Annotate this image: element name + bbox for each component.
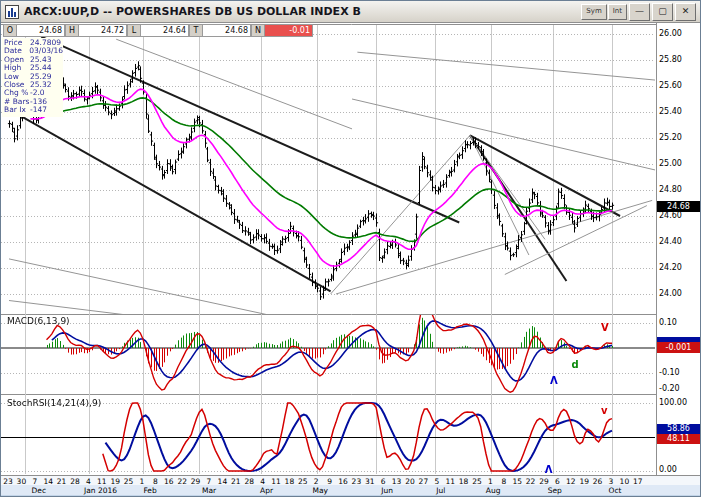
axis-label: 25.80 <box>659 55 682 64</box>
stochrsi-red-marker: 48.11 <box>657 434 700 444</box>
month-label: Jul <box>436 486 445 495</box>
month-label: Aug <box>486 486 501 495</box>
month-label: Dec <box>32 486 47 495</box>
axis-label: 25.40 <box>659 107 682 116</box>
window-title: ARCX:UUP,D -- POWERSHARES DB US DOLLAR I… <box>24 5 361 18</box>
axis-label: -0.10 <box>659 368 680 377</box>
macd-panel-label: MACD(6,13,9) <box>7 316 70 326</box>
axis-label: 25.60 <box>659 81 682 90</box>
month-label: Jun <box>381 486 393 495</box>
close-button[interactable]: ✕ <box>675 3 696 21</box>
month-label: Sep <box>548 486 562 495</box>
stochrsi-blue-marker: 58.86 <box>657 424 700 434</box>
quote-field-label: L <box>127 24 140 37</box>
symbol-button[interactable]: Sym <box>581 4 606 20</box>
crosshair-info-panel: Price24.7809Date03/03/16Open25.43High25.… <box>2 38 63 117</box>
axis-label: 24.40 <box>659 237 682 246</box>
month-label: Jan 2016 <box>84 486 117 495</box>
axis-label: 0.10 <box>659 318 677 327</box>
quote-field-value: 24.68 <box>16 24 65 37</box>
info-value: -147 <box>30 106 47 114</box>
macd-value-marker: -0.001 <box>657 342 700 353</box>
titlebar[interactable]: ARCX:UUP,D -- POWERSHARES DB US DOLLAR I… <box>1 1 700 23</box>
quote-strip: O24.68H24.72L24.64T24.68N-0.01 <box>3 24 313 37</box>
month-label: Mar <box>202 486 216 495</box>
quote-field-label: O <box>3 24 16 37</box>
last-price-marker: 24.68 <box>657 201 700 212</box>
quote-field-value: 24.72 <box>78 24 127 37</box>
quote-field-label: N <box>251 24 264 37</box>
axis-label: 0.00 <box>659 465 677 474</box>
date-tick-label: 17 <box>630 477 646 486</box>
month-label: Feb <box>143 486 156 495</box>
minimize-button[interactable]: — <box>629 3 650 21</box>
app-window: ARCX:UUP,D -- POWERSHARES DB US DOLLAR I… <box>0 0 701 497</box>
axis-label: 24.20 <box>659 263 682 272</box>
axis-label: 24.80 <box>659 185 682 194</box>
axis-label: -0.20 <box>659 384 680 393</box>
quote-field-value: 24.64 <box>140 24 189 37</box>
right-price-axis: 26.0025.8025.6025.4025.2025.0024.8024.60… <box>657 23 701 475</box>
axis-label: 100.00 <box>659 398 687 407</box>
app-icon <box>5 5 19 19</box>
maximize-button[interactable]: ▢ <box>652 3 673 21</box>
month-label: Oct <box>609 486 622 495</box>
time-axis: 2330714212841119251816222971421284111825… <box>1 475 701 497</box>
quote-field-value: 24.68 <box>202 24 251 37</box>
quote-field-label: T <box>189 24 202 37</box>
interval-button[interactable]: Int <box>608 4 627 20</box>
axis-label: 25.20 <box>659 133 682 142</box>
stochrsi-panel-label: StochRSI(14,21(4),9) <box>7 398 101 408</box>
axis-label: 25.00 <box>659 159 682 168</box>
month-label: May <box>312 486 328 495</box>
info-label: Bar Ix <box>4 106 30 114</box>
month-label: Apr <box>260 486 273 495</box>
axis-label: 26.00 <box>659 29 682 38</box>
chart-canvas[interactable] <box>1 1 701 497</box>
axis-label: 24.00 <box>659 289 682 298</box>
axis-label: 24.60 <box>659 211 682 220</box>
quote-field-label: H <box>65 24 78 37</box>
info-row: Bar Ix-147 <box>4 106 63 114</box>
quote-field-value: -0.01 <box>264 24 313 37</box>
